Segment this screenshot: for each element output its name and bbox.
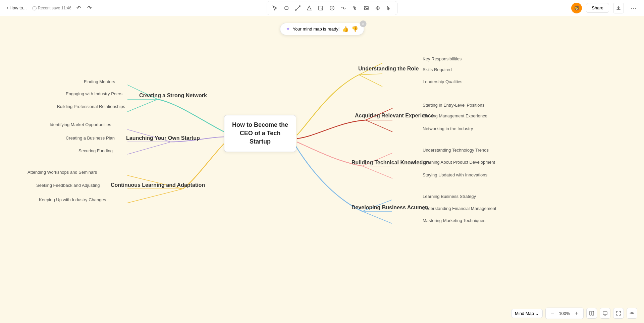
leaf-workshops: Attending Workshops and Seminars xyxy=(28,170,97,175)
tool-connector[interactable] xyxy=(292,3,303,13)
leaf-tech-trends: Understanding Technology Trends xyxy=(423,148,489,153)
tool-pointer[interactable] xyxy=(384,3,394,13)
notification-close-button[interactable]: × xyxy=(360,20,366,27)
notification-banner: ✦ Your mind map is ready! 👍 👎 × xyxy=(280,23,364,35)
topbar-right: 🦁 Share ⋯ xyxy=(566,3,644,13)
topbar-left: ‹ How to... ◯ Recent save 11:46 ↶ ↷ xyxy=(0,3,98,13)
tool-shape[interactable] xyxy=(304,3,315,13)
zoom-level: 100% xyxy=(558,311,571,316)
eye-button[interactable] xyxy=(627,308,637,319)
split-view-button[interactable] xyxy=(586,308,597,319)
tool-select[interactable] xyxy=(270,3,280,13)
back-icon: ‹ xyxy=(7,5,8,10)
toolbar-tools xyxy=(267,1,397,15)
branch-understanding-role[interactable]: Understanding the Role xyxy=(358,66,419,72)
notification-text: Your mind map is ready! xyxy=(293,26,340,32)
sparkle-icon: ✦ xyxy=(286,26,290,32)
share-button[interactable]: Share xyxy=(586,3,609,13)
toolbar-center xyxy=(98,1,566,15)
branch-acquiring-experience[interactable]: Acquiring Relevant Experience xyxy=(355,113,434,119)
logo-icon: 🦁 xyxy=(574,5,580,11)
zoom-controls: − 100% + xyxy=(545,308,584,319)
thumbs-up-button[interactable]: 👍 xyxy=(342,26,349,32)
topbar: ‹ How to... ◯ Recent save 11:46 ↶ ↷ xyxy=(0,0,644,16)
zoom-in-button[interactable]: + xyxy=(573,309,581,317)
leaf-leadership-qualities: Leadership Qualities xyxy=(423,79,463,84)
export-button[interactable] xyxy=(613,3,624,13)
svg-point-1 xyxy=(295,9,297,11)
view-chevron: ⌄ xyxy=(535,311,539,316)
center-node-text: How to Become the CEO of a Tech Startup xyxy=(232,121,288,145)
tool-hand[interactable] xyxy=(281,3,292,13)
clock-icon: ◯ xyxy=(32,6,37,10)
leaf-business-plan: Creating a Business Plan xyxy=(66,136,115,141)
doc-title: How to... xyxy=(9,5,26,10)
leaf-mentors: Finding Mentors xyxy=(84,79,115,84)
leaf-entry-level: Starting in Entry-Level Positions xyxy=(423,103,484,108)
leaf-feedback: Seeking Feedback and Adjusting xyxy=(36,183,100,188)
leaf-industry-peers: Engaging with Industry Peers xyxy=(66,91,122,96)
tool-move[interactable] xyxy=(372,3,383,13)
leaf-networking-industry: Networking in the Industry xyxy=(423,126,473,131)
tool-sticky[interactable] xyxy=(315,3,326,13)
leaf-funding: Securing Funding xyxy=(78,148,113,153)
save-time: Recent save 11:46 xyxy=(38,6,71,10)
svg-rect-7 xyxy=(592,311,594,315)
undo-redo-group: ↶ ↷ xyxy=(74,3,94,13)
branch-network[interactable]: Creating a Strong Network xyxy=(139,93,207,99)
redo-button[interactable]: ↷ xyxy=(85,3,94,13)
view-selector[interactable]: Mind Map ⌄ xyxy=(511,309,543,318)
back-button[interactable]: ‹ How to... xyxy=(4,4,30,12)
leaf-industry-changes: Keeping Up with Industry Changes xyxy=(39,197,106,202)
branch-learning[interactable]: Continuous Learning and Adaptation xyxy=(111,182,205,188)
branch-business-acumen[interactable]: Developing Business Acumen xyxy=(352,205,428,211)
svg-rect-0 xyxy=(285,7,288,9)
present-button[interactable] xyxy=(600,308,610,319)
undo-button[interactable]: ↶ xyxy=(74,3,84,13)
mindmap-canvas: ✦ Your mind map is ready! 👍 👎 × xyxy=(0,16,644,323)
leaf-financial-mgmt: Understanding Financial Management xyxy=(423,206,496,211)
leaf-skills-required: Skills Required xyxy=(423,67,452,72)
svg-rect-8 xyxy=(603,312,607,315)
leaf-innovations: Staying Updated with Innovations xyxy=(423,172,487,177)
center-node[interactable]: How to Become the CEO of a Tech Startup xyxy=(224,115,296,152)
svg-rect-6 xyxy=(590,311,591,315)
svg-point-2 xyxy=(299,5,301,7)
tool-image[interactable] xyxy=(361,3,372,13)
svg-point-9 xyxy=(631,313,633,314)
tool-flow[interactable] xyxy=(338,3,349,13)
leaf-business-strategy: Learning Business Strategy xyxy=(423,194,476,199)
app-logo: 🦁 xyxy=(571,3,582,13)
thumbs-down-button[interactable]: 👎 xyxy=(352,26,358,32)
tool-link[interactable] xyxy=(350,3,360,13)
leaf-marketing: Mastering Marketing Techniques xyxy=(423,218,485,223)
leaf-professional-rel: Building Professional Relationships xyxy=(57,104,125,109)
leaf-management-experience: Gaining Management Experience xyxy=(423,113,487,118)
leaf-key-responsibilities: Key Responsibilities xyxy=(423,56,462,61)
save-status: ◯ Recent save 11:46 xyxy=(32,6,71,10)
leaf-product-dev: Learning About Product Development xyxy=(423,160,495,165)
fullscreen-button[interactable] xyxy=(613,308,624,319)
more-options-button[interactable]: ⋯ xyxy=(628,3,639,13)
branch-startup[interactable]: Launching Your Own Startup xyxy=(126,135,200,141)
view-label: Mind Map xyxy=(515,311,534,316)
branch-technical-knowledge[interactable]: Building Technical Knowledge xyxy=(352,160,429,166)
tool-add[interactable] xyxy=(327,3,337,13)
bottombar: Mind Map ⌄ − 100% + xyxy=(511,308,637,319)
zoom-out-button[interactable]: − xyxy=(548,309,556,317)
leaf-market-opps: Identifying Market Opportunities xyxy=(50,122,111,127)
